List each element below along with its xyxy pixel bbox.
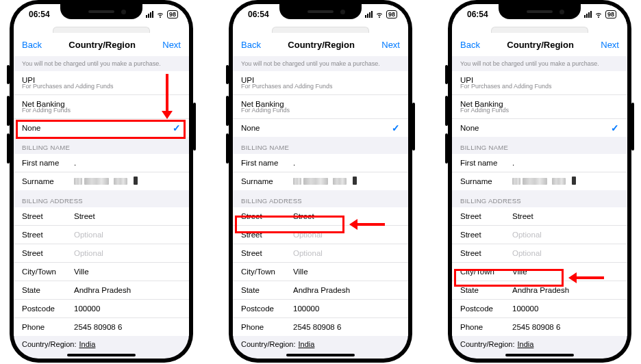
section-billing-name: BILLING NAME (14, 137, 189, 154)
surname-field[interactable]: Surname (452, 172, 627, 190)
phone-mockup-3: 06:54 98 Back Country/Region Next You wi… (448, 0, 631, 363)
back-button[interactable]: Back (241, 40, 261, 50)
status-time: 06:54 (29, 10, 50, 19)
city-field[interactable]: City/TownVille (233, 263, 408, 281)
nav-bar: Back Country/Region Next (14, 33, 189, 56)
section-billing-name: BILLING NAME (233, 137, 408, 154)
street3-field[interactable]: StreetOptional (14, 244, 189, 263)
payment-netbanking[interactable]: Net Banking For Adding Funds (14, 95, 189, 119)
payment-upi[interactable]: UPI For Purchases and Adding Funds (14, 71, 189, 95)
home-indicator (505, 354, 574, 356)
checkmark-icon: ✓ (611, 122, 619, 133)
phone-mockup-2: 06:54 98 Back Country/Region Next You wi… (229, 0, 412, 363)
street2-field[interactable]: StreetOptional (452, 226, 627, 244)
payment-none[interactable]: None✓ (452, 119, 627, 137)
country-region-row[interactable]: Country/Region:India (452, 336, 627, 352)
nav-bar: Back Country/Region Next (233, 33, 408, 56)
purchase-notice: You will not be charged until you make a… (14, 56, 189, 71)
surname-field[interactable]: Surname (233, 172, 408, 190)
payment-upi[interactable]: UPIFor Purchases and Adding Funds (452, 71, 627, 95)
state-field[interactable]: StateAndhra Pradesh (14, 281, 189, 300)
wifi-icon (156, 10, 164, 18)
tab-strip (14, 25, 189, 33)
payment-netbanking[interactable]: Net BankingFor Adding Funds (233, 95, 408, 119)
status-time: 06:54 (248, 10, 269, 19)
checkmark-icon: ✓ (392, 122, 400, 133)
cellular-icon (584, 11, 592, 18)
section-billing-address: BILLING ADDRESS (14, 190, 189, 207)
checkmark-icon: ✓ (173, 122, 181, 133)
wifi-icon (375, 10, 384, 18)
cellular-icon (146, 11, 153, 18)
next-button[interactable]: Next (381, 40, 400, 50)
battery-icon: 98 (167, 10, 178, 18)
street2-field[interactable]: StreetOptional (233, 226, 408, 244)
street3-field[interactable]: StreetOptional (452, 244, 627, 263)
section-billing-address: BILLING ADDRESS (452, 190, 627, 207)
battery-icon: 98 (605, 10, 616, 18)
tab-strip (233, 25, 408, 33)
phone-field[interactable]: Phone2545 80908 6 (233, 318, 408, 336)
street1-field[interactable]: StreetStreet (14, 207, 189, 226)
surname-field[interactable]: Surname (14, 172, 189, 190)
state-field[interactable]: StateAndhra Pradesh (452, 281, 627, 300)
payment-none[interactable]: None✓ (233, 119, 408, 137)
page-title: Country/Region (507, 40, 574, 50)
battery-icon: 98 (386, 10, 397, 18)
street1-field[interactable]: StreetStreet (233, 207, 408, 226)
street2-field[interactable]: StreetOptional (14, 226, 189, 244)
postcode-field[interactable]: Postcode100000 (14, 300, 189, 318)
section-billing-name: BILLING NAME (452, 137, 627, 154)
page-title: Country/Region (288, 40, 355, 50)
first-name-field[interactable]: First name. (452, 154, 627, 172)
home-indicator (67, 354, 136, 356)
next-button[interactable]: Next (162, 40, 181, 50)
first-name-field[interactable]: First name. (14, 154, 189, 172)
status-time: 06:54 (467, 10, 488, 19)
phone-field[interactable]: Phone2545 80908 6 (14, 318, 189, 336)
nav-bar: Back Country/Region Next (452, 33, 627, 56)
city-field[interactable]: City/TownVille (452, 263, 627, 281)
payment-upi[interactable]: UPIFor Purchases and Adding Funds (233, 71, 408, 95)
purchase-notice: You will not be charged until you make a… (233, 56, 408, 71)
page-title: Country/Region (68, 40, 136, 50)
phone-field[interactable]: Phone2545 80908 6 (452, 318, 627, 336)
country-region-row[interactable]: Country/Region:India (233, 336, 408, 352)
payment-netbanking[interactable]: Net BankingFor Adding Funds (452, 95, 627, 119)
purchase-notice: You will not be charged until you make a… (452, 56, 627, 71)
tab-strip (452, 25, 627, 33)
payment-none[interactable]: None ✓ (14, 119, 189, 137)
cellular-icon (365, 11, 373, 18)
back-button[interactable]: Back (22, 40, 42, 50)
postcode-field[interactable]: Postcode100000 (452, 300, 627, 318)
street1-field[interactable]: StreetStreet (452, 207, 627, 226)
phone-mockup-1: 06:54 98 Back Country/Region Next You wi… (10, 0, 193, 363)
home-indicator (286, 354, 355, 356)
wifi-icon (594, 10, 603, 18)
city-field[interactable]: City/TownVille (14, 263, 189, 281)
first-name-field[interactable]: First name. (233, 154, 408, 172)
postcode-field[interactable]: Postcode100000 (233, 300, 408, 318)
street3-field[interactable]: StreetOptional (233, 244, 408, 263)
section-billing-address: BILLING ADDRESS (233, 190, 408, 207)
state-field[interactable]: StateAndhra Pradesh (233, 281, 408, 300)
next-button[interactable]: Next (601, 40, 619, 50)
back-button[interactable]: Back (460, 40, 480, 50)
country-region-row[interactable]: Country/Region:India (14, 336, 189, 352)
